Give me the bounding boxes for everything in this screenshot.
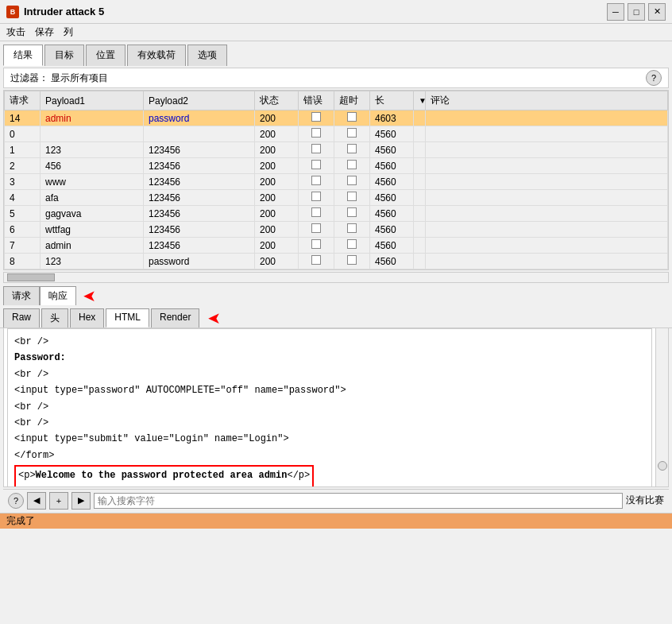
cell-p2: 123456 [144,222,255,238]
tab-target[interactable]: 目标 [44,45,84,66]
timeout-checkbox[interactable] [347,160,357,169]
bottom-help-button[interactable]: ? [8,493,24,509]
timeout-checkbox[interactable] [347,207,357,217]
cell-sort [414,110,426,126]
line-form-close: </form> [14,448,645,463]
line-br4: <br /> [14,415,645,431]
cell-error [299,190,334,206]
col-header-p2: Payload2 [144,91,255,110]
cell-p2: 123456 [144,174,255,190]
title-bar: B Intruder attack 5 ─ □ ✕ [0,0,672,24]
search-input[interactable] [94,493,623,509]
error-checkbox[interactable] [311,144,321,153]
cell-p2: 123456 [144,206,255,222]
add-button[interactable]: + [49,492,68,510]
cell-comment [426,142,668,158]
cell-p1: gagvava [41,206,144,222]
timeout-checkbox[interactable] [347,112,357,122]
line-input-password: <input type="password" AUTOCOMPLETE="off… [14,382,645,398]
timeout-checkbox[interactable] [347,176,357,185]
cell-comment [426,238,668,254]
cell-p1: www [41,174,144,190]
table-row[interactable]: 0 200 4560 [5,126,668,142]
cell-timeout [334,142,370,158]
error-checkbox[interactable] [311,239,321,249]
error-checkbox[interactable] [311,223,321,233]
format-tab-hex[interactable]: Hex [70,308,104,328]
error-checkbox[interactable] [311,112,321,122]
cell-error [299,174,334,190]
cell-status: 200 [255,238,299,254]
line-password-label: Password: [14,350,645,366]
table-row[interactable]: 6 wttfag 123456 200 4560 [5,222,668,238]
tab-positions[interactable]: 位置 [86,45,126,66]
error-checkbox[interactable] [311,255,321,265]
response-content: <br /> Password: <br /> <input type="pas… [7,328,652,487]
menu-bar: 攻击 保存 列 [0,24,672,41]
next-button[interactable]: ▶ [71,492,91,510]
error-checkbox[interactable] [311,160,321,169]
tab-payloads[interactable]: 有效载荷 [127,45,186,66]
cell-length: 4560 [370,158,414,174]
timeout-checkbox[interactable] [347,128,357,138]
tab-request[interactable]: 请求 [3,286,40,305]
menu-columns[interactable]: 列 [64,25,73,39]
menu-attack[interactable]: 攻击 [6,25,25,39]
arrow-indicator-2: ➤ [207,308,221,328]
cell-p1: 456 [41,158,144,174]
col-header-sort[interactable]: ▼ [414,91,426,110]
table-row[interactable]: 2 456 123456 200 4560 [5,158,668,174]
cell-p2: 123456 [144,158,255,174]
app-icon: B [6,6,19,18]
status-bar: 完成了 [0,513,672,529]
format-tab-raw[interactable]: Raw [3,308,40,328]
table-row[interactable]: 7 admin 123456 200 4560 [5,238,668,254]
cell-error [299,254,334,269]
cell-status: 200 [255,158,299,174]
tab-results[interactable]: 结果 [3,45,43,66]
timeout-checkbox[interactable] [347,239,357,249]
format-tab-html[interactable]: HTML [106,308,149,328]
cell-length: 4560 [370,190,414,206]
table-row[interactable]: 4 afa 123456 200 4560 [5,190,668,206]
error-checkbox[interactable] [311,192,321,201]
minimize-button[interactable]: ─ [607,3,624,21]
cell-p2 [144,126,255,142]
maximize-button[interactable]: □ [628,3,645,21]
table-row[interactable]: 14 admin password 200 4603 [5,110,668,126]
table-row[interactable]: 5 gagvava 123456 200 4560 [5,206,668,222]
table-row[interactable]: 8 123 password 200 4560 [5,254,668,269]
table-row[interactable]: 3 www 123456 200 4560 [5,174,668,190]
timeout-checkbox[interactable] [347,192,357,201]
cell-timeout [334,206,370,222]
filter-label: 过滤器： 显示所有项目 [10,72,108,85]
cell-status: 200 [255,142,299,158]
cell-comment [426,254,668,269]
col-header-req: 请求 [5,91,41,110]
prev-button[interactable]: ◀ [27,492,46,510]
close-button[interactable]: ✕ [648,3,666,21]
no-match-label: 没有比赛 [626,494,664,507]
tab-options[interactable]: 选项 [187,45,227,66]
cell-error [299,238,334,254]
format-tab-head[interactable]: 头 [41,308,68,328]
cell-length: 4560 [370,206,414,222]
help-button[interactable]: ? [646,70,662,86]
cell-comment [426,110,668,126]
cell-req: 3 [5,174,41,190]
timeout-checkbox[interactable] [347,255,357,265]
cell-length: 4560 [370,174,414,190]
cell-p2: password [144,254,255,269]
cell-comment [426,222,668,238]
table-row[interactable]: 1 123 123456 200 4560 [5,142,668,158]
error-checkbox[interactable] [311,128,321,138]
cell-req: 14 [5,110,41,126]
error-checkbox[interactable] [311,176,321,185]
format-tab-render[interactable]: Render [151,308,199,328]
timeout-checkbox[interactable] [347,223,357,233]
tab-response[interactable]: 响应 [40,286,76,305]
cell-req: 4 [5,190,41,206]
menu-save[interactable]: 保存 [35,25,54,39]
timeout-checkbox[interactable] [347,144,357,153]
error-checkbox[interactable] [311,207,321,217]
